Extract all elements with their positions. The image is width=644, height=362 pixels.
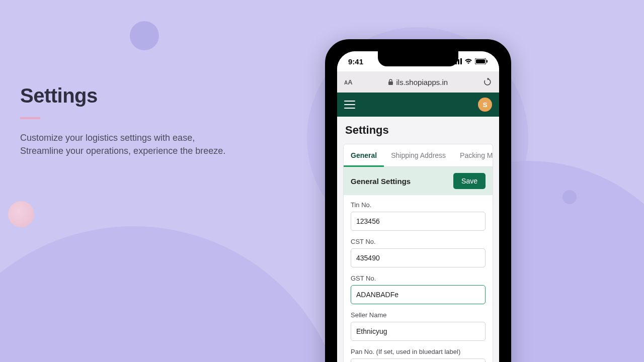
tin-input[interactable] <box>351 212 486 231</box>
seller-name-label: Seller Name <box>351 311 486 319</box>
cst-label: CST No. <box>351 238 486 245</box>
phone-frame: 9:41 AA ils.shopiapps.in <box>325 39 511 362</box>
page-subtext: Customize your logistics settings with e… <box>20 131 262 157</box>
bg-circle <box>0 226 347 362</box>
pan-label: Pan No. (If set, used in bluedart label) <box>351 348 486 355</box>
tab-shipping-address[interactable]: Shipping Address <box>384 144 453 166</box>
field-pan: Pan No. (If set, used in bluedart label) <box>351 348 486 362</box>
bg-circle <box>562 190 577 204</box>
reload-button[interactable] <box>483 77 492 86</box>
bg-circle <box>130 21 159 50</box>
svg-rect-6 <box>487 60 488 63</box>
svg-rect-5 <box>476 59 485 63</box>
lock-icon <box>388 79 393 85</box>
browser-address-bar: AA ils.shopiapps.in <box>337 71 499 93</box>
settings-form: Tin No. CST No. GST No. Seller Name <box>344 195 493 362</box>
tin-label: Tin No. <box>351 201 486 209</box>
svg-rect-2 <box>458 59 459 64</box>
page-heading: Settings <box>20 84 262 107</box>
reload-icon <box>483 77 492 86</box>
bg-circle <box>8 201 34 227</box>
status-time: 9:41 <box>348 57 363 66</box>
section-title: General Settings <box>351 177 411 186</box>
section-header: General Settings Save <box>344 167 493 195</box>
page-body: Settings General Shipping Address Packin… <box>337 117 499 362</box>
page-title: Settings <box>343 124 493 137</box>
wifi-icon <box>464 58 472 64</box>
field-seller-name: Seller Name <box>351 311 486 341</box>
app-header: S <box>337 93 499 117</box>
battery-icon <box>475 58 488 64</box>
marketing-copy: Settings Customize your logistics settin… <box>20 84 262 157</box>
text-size-button[interactable]: AA <box>344 78 353 86</box>
settings-card: General Shipping Address Packing Measure… <box>343 144 493 362</box>
field-cst: CST No. <box>351 238 486 267</box>
tab-general[interactable]: General <box>344 144 384 167</box>
phone-mockup: 9:41 AA ils.shopiapps.in <box>325 39 511 362</box>
menu-button[interactable] <box>344 101 355 109</box>
heading-underline <box>20 117 40 119</box>
phone-screen: 9:41 AA ils.shopiapps.in <box>337 51 499 362</box>
pan-input[interactable] <box>351 358 486 362</box>
url-display[interactable]: ils.shopiapps.in <box>359 78 477 86</box>
field-tin: Tin No. <box>351 201 486 231</box>
avatar[interactable]: S <box>478 98 492 112</box>
phone-notch <box>378 51 458 66</box>
seller-name-input[interactable] <box>351 322 486 341</box>
url-text: ils.shopiapps.in <box>396 78 448 86</box>
gst-label: GST No. <box>351 275 486 282</box>
tab-packing-measure[interactable]: Packing Measure <box>453 144 493 166</box>
tabs: General Shipping Address Packing Measure <box>344 144 493 167</box>
svg-rect-3 <box>460 58 462 64</box>
cst-input[interactable] <box>351 248 486 267</box>
save-button[interactable]: Save <box>453 173 486 189</box>
hamburger-icon <box>344 101 355 102</box>
svg-rect-7 <box>388 81 393 85</box>
gst-input[interactable] <box>351 285 486 304</box>
field-gst: GST No. <box>351 275 486 304</box>
